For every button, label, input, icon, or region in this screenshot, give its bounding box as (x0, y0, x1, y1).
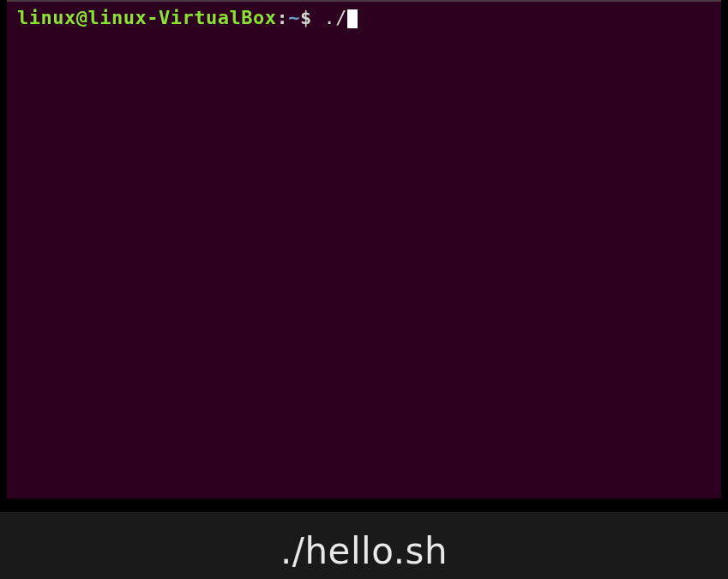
prompt-symbol: $ (300, 7, 312, 28)
divider (0, 498, 728, 512)
terminal-window[interactable]: linux@linux-VirtualBox:~$ ./ (7, 0, 721, 498)
command-input[interactable]: ./ (312, 7, 347, 28)
prompt-separator: : (276, 7, 288, 28)
caption-text: ./hello.sh (280, 530, 448, 572)
prompt-at: @ (76, 7, 88, 28)
prompt-path: ~ (288, 7, 300, 28)
caption-bar: ./hello.sh (0, 512, 728, 579)
cursor-block (347, 9, 358, 28)
prompt-user: linux (17, 7, 76, 28)
prompt-host: linux-VirtualBox (87, 7, 276, 28)
prompt-line[interactable]: linux@linux-VirtualBox:~$ ./ (17, 7, 711, 29)
